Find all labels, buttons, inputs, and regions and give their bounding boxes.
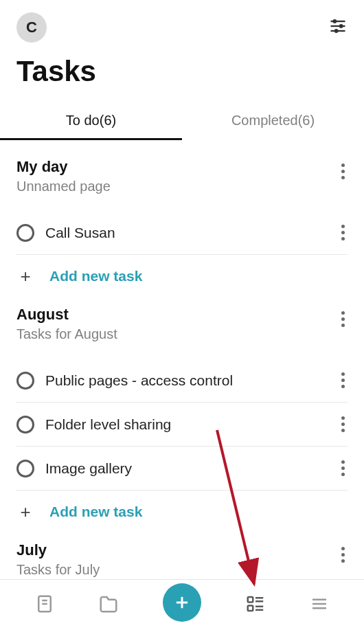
fab-add-button[interactable] [163, 583, 201, 622]
task-checkbox[interactable] [16, 224, 34, 242]
task-group: August Tasks for August Public pages - a… [0, 288, 364, 524]
nav-tasks-icon[interactable] [245, 594, 266, 617]
task-label: Folder level sharing [45, 416, 328, 433]
more-vertical-icon[interactable] [339, 455, 348, 482]
more-vertical-icon[interactable] [339, 306, 348, 333]
page-title: Tasks [0, 43, 364, 95]
bottom-nav [0, 579, 364, 630]
tab-todo-label: To do [66, 113, 100, 128]
tabs-bar: To do(6) Completed(6) [0, 103, 364, 140]
group-subtitle: Tasks for August [16, 326, 117, 342]
task-group: My day Unnamed page Call Susan + Add new… [0, 140, 364, 288]
more-vertical-icon[interactable] [339, 541, 348, 568]
tab-todo[interactable]: To do(6) [0, 103, 182, 140]
svg-point-3 [334, 20, 337, 23]
task-checkbox[interactable] [16, 460, 34, 477]
more-vertical-icon[interactable] [339, 367, 348, 394]
avatar-initial: C [26, 19, 37, 36]
group-title: My day [16, 158, 111, 176]
group-title: July [16, 541, 100, 559]
group-subtitle: Unnamed page [16, 179, 111, 194]
task-checkbox[interactable] [16, 416, 34, 434]
tab-todo-count: (6) [100, 113, 116, 128]
nav-folder-icon[interactable] [98, 594, 119, 617]
settings-icon[interactable] [328, 16, 348, 38]
task-row[interactable]: Call Susan [16, 211, 348, 255]
more-vertical-icon[interactable] [339, 219, 348, 246]
svg-point-4 [340, 25, 343, 27]
svg-rect-14 [247, 605, 253, 611]
add-task-button[interactable]: + Add new task [16, 255, 348, 288]
svg-point-5 [335, 30, 338, 32]
task-row[interactable]: Public pages - access control [16, 359, 348, 403]
task-checkbox[interactable] [16, 372, 34, 390]
plus-icon: + [18, 267, 33, 285]
more-vertical-icon[interactable] [339, 158, 348, 185]
tab-completed-label: Completed [231, 113, 298, 128]
more-vertical-icon[interactable] [339, 411, 348, 438]
add-task-label: Add new task [49, 504, 142, 520]
add-task-label: Add new task [49, 268, 142, 284]
plus-icon: + [18, 503, 33, 521]
task-group: July Tasks for July [0, 524, 364, 578]
svg-rect-11 [247, 597, 253, 603]
group-title: August [16, 306, 117, 324]
task-row[interactable]: Folder level sharing [16, 403, 348, 447]
nav-menu-icon[interactable] [309, 594, 330, 617]
tab-completed[interactable]: Completed(6) [182, 103, 364, 140]
group-subtitle: Tasks for July [16, 562, 100, 578]
tab-completed-count: (6) [298, 113, 315, 128]
nav-notes-icon[interactable] [34, 594, 55, 617]
task-label: Call Susan [45, 225, 328, 241]
task-row[interactable]: Image gallery [16, 447, 348, 491]
task-label: Public pages - access control [45, 372, 328, 389]
task-label: Image gallery [45, 460, 328, 477]
task-groups-container: My day Unnamed page Call Susan + Add new… [0, 140, 364, 582]
avatar[interactable]: C [16, 12, 47, 43]
add-task-button[interactable]: + Add new task [16, 491, 348, 524]
